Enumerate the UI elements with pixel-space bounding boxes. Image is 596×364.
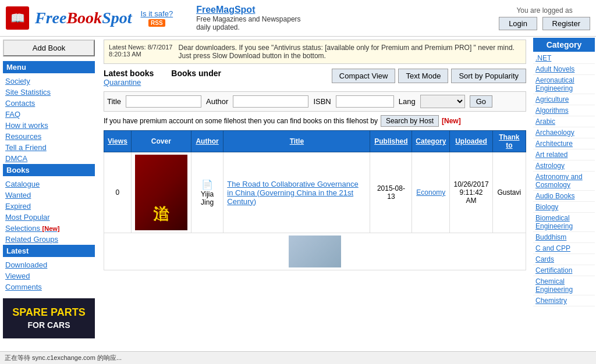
sidebar-item-expired[interactable]: Expired — [3, 201, 95, 212]
title-input[interactable] — [126, 95, 201, 108]
news-date: Latest News: 8/7/20178:20:13 AM — [109, 44, 172, 60]
login-area: You are logged as Login Register — [499, 6, 590, 30]
books-under-area: Books under — [171, 69, 221, 78]
add-book-button[interactable]: Add Book — [3, 40, 95, 56]
text-mode-button[interactable]: Text Mode — [398, 69, 448, 83]
book-published: 2015-08-13 — [370, 152, 412, 233]
cat-cards[interactable]: Cards — [533, 254, 595, 265]
sidebar-item-comments[interactable]: Comments — [3, 281, 95, 292]
cat-astronomy[interactable]: Astronomy and Cosmology — [533, 172, 595, 191]
title-label: Title — [107, 97, 121, 106]
col-category[interactable]: Category — [412, 131, 450, 152]
book-views: 0 — [104, 152, 132, 233]
freemagspot-area: FreeMagSpot Free Magazines and Newspaper… — [196, 5, 300, 31]
cat-agriculture[interactable]: Agriculture — [533, 94, 595, 105]
isbn-label: ISBN — [313, 97, 331, 106]
sidebar-item-catalogue[interactable]: Catalogue — [3, 179, 95, 190]
book-icon: 📖 — [6, 6, 29, 30]
cat-chemistry[interactable]: Chemistry — [533, 295, 595, 306]
freemagspot-link[interactable]: FreeMagSpot — [196, 5, 255, 15]
cat-art-related[interactable]: Art related — [533, 149, 595, 160]
sidebar-item-society[interactable]: Society — [3, 76, 95, 87]
register-button[interactable]: Register — [542, 17, 590, 30]
compact-view-button[interactable]: Compact View — [332, 69, 396, 83]
col-thank-to[interactable]: Thank to — [492, 131, 526, 152]
logged-as-label: You are logged as — [499, 6, 590, 15]
pdf-icon: 📄 — [201, 180, 213, 190]
book-category-link[interactable]: Economy — [416, 188, 445, 197]
cat-arabic[interactable]: Arabic — [533, 116, 595, 127]
table-row-2 — [104, 233, 526, 270]
sidebar-item-resources[interactable]: Resources — [3, 131, 95, 142]
freemagspot-subtitle: Free Magazines and Newspapers daily upda… — [196, 15, 300, 31]
book-author: 📄 Yijia Jing — [191, 152, 224, 233]
site-logo: FreeBookSpot — [35, 9, 132, 27]
book-title-link[interactable]: The Road to Collaborative Governance in … — [227, 180, 358, 206]
col-cover: Cover — [131, 131, 191, 152]
cat-biology[interactable]: Biology — [533, 202, 595, 213]
sidebar-item-contacts[interactable]: Contacts — [3, 98, 95, 109]
book-title-cell: The Road to Collaborative Governance in … — [224, 152, 370, 233]
quarantine-link[interactable]: Quarantine — [104, 78, 154, 87]
news-bar: Latest News: 8/7/20178:20:13 AM Dear dow… — [104, 40, 526, 64]
book-thank-to: Gustavi — [492, 152, 526, 233]
sidebar-item-viewed[interactable]: Viewed — [3, 270, 95, 281]
books-table: Views Cover Author Title Published Categ… — [104, 130, 526, 270]
sidebar-item-related-groups[interactable]: Related Groups — [3, 234, 95, 245]
cat-net[interactable]: .NET — [533, 53, 595, 64]
table-header-row: Views Cover Author Title Published Categ… — [104, 131, 526, 152]
search-by-host-button[interactable]: Search by Host — [381, 115, 439, 127]
books-under-label: Books under — [171, 69, 221, 78]
col-views[interactable]: Views — [104, 131, 132, 152]
sidebar-item-tell-a-friend[interactable]: Tell a Friend — [3, 142, 95, 153]
books-section-title: Books — [3, 164, 95, 176]
new-badge: [New] — [442, 117, 461, 125]
sidebar-item-selections[interactable]: Selections [New] — [3, 223, 95, 234]
cat-biomedical[interactable]: Biomedical Engineering — [533, 213, 595, 232]
sidebar-item-wanted[interactable]: Wanted — [3, 190, 95, 201]
cat-certification[interactable]: Certification — [533, 265, 595, 276]
author-label: Author — [206, 97, 228, 106]
cat-astrology[interactable]: Astrology — [533, 160, 595, 172]
sidebar-item-dmca[interactable]: DMCA — [3, 153, 95, 164]
col-published[interactable]: Published — [370, 131, 412, 152]
book-cover: 治道 — [135, 155, 187, 230]
rss-badge[interactable]: RSS — [148, 19, 165, 27]
ad-line2: FOR CARS — [8, 320, 90, 331]
category-title: Category — [533, 38, 595, 52]
login-button[interactable]: Login — [499, 17, 537, 30]
filehost-text: If you have premium account on some file… — [104, 117, 378, 125]
cat-adult-novels[interactable]: Adult Novels — [533, 64, 595, 75]
sidebar-item-most-popular[interactable]: Most Popular — [3, 212, 95, 223]
table-row: 0 治道 📄 Yijia Jing The Road to Collaborat… — [104, 152, 526, 233]
go-button[interactable]: Go — [470, 95, 492, 108]
isbn-input[interactable] — [336, 95, 394, 108]
menu-section-title: Menu — [3, 61, 95, 73]
col-title[interactable]: Title — [224, 131, 370, 152]
advertisement-banner[interactable]: SPARE PARTS FOR CARS — [3, 298, 95, 338]
cat-aeronautical[interactable]: Aeronautical Engineering — [533, 75, 595, 94]
author-input[interactable] — [233, 95, 308, 108]
filehost-bar: If you have premium account on some file… — [104, 115, 526, 127]
lang-label: Lang — [399, 97, 416, 106]
sidebar-item-faq[interactable]: FAQ — [3, 109, 95, 120]
cat-buddhism[interactable]: Buddhism — [533, 232, 595, 243]
cat-algorithms[interactable]: Algorithms — [533, 105, 595, 116]
book-cover-cell: 治道 — [131, 152, 191, 233]
is-it-safe-link[interactable]: Is it safe? — [140, 9, 173, 18]
sidebar-item-how-it-works[interactable]: How it works — [3, 120, 95, 131]
sort-popularity-button[interactable]: Sort by Popularity — [451, 69, 526, 83]
cat-chemical[interactable]: Chemical Engineering — [533, 276, 595, 295]
cat-c-cpp[interactable]: C and CPP — [533, 243, 595, 254]
sidebar-item-downloaded[interactable]: Downloaded — [3, 259, 95, 270]
cat-audio-books[interactable]: Audio Books — [533, 191, 595, 202]
lang-select[interactable]: English German — [420, 95, 465, 108]
book-cover-2 — [289, 235, 341, 267]
cat-archaeology[interactable]: Archaeology — [533, 127, 595, 138]
book-uploaded: 10/26/20179:11:42 AM — [450, 152, 492, 233]
col-uploaded[interactable]: Uploaded — [450, 131, 492, 152]
col-author[interactable]: Author — [191, 131, 224, 152]
sidebar-item-site-statistics[interactable]: Site Statistics — [3, 87, 95, 98]
safe-rss-area: Is it safe? RSS — [140, 9, 173, 27]
cat-architecture[interactable]: Architecture — [533, 138, 595, 149]
